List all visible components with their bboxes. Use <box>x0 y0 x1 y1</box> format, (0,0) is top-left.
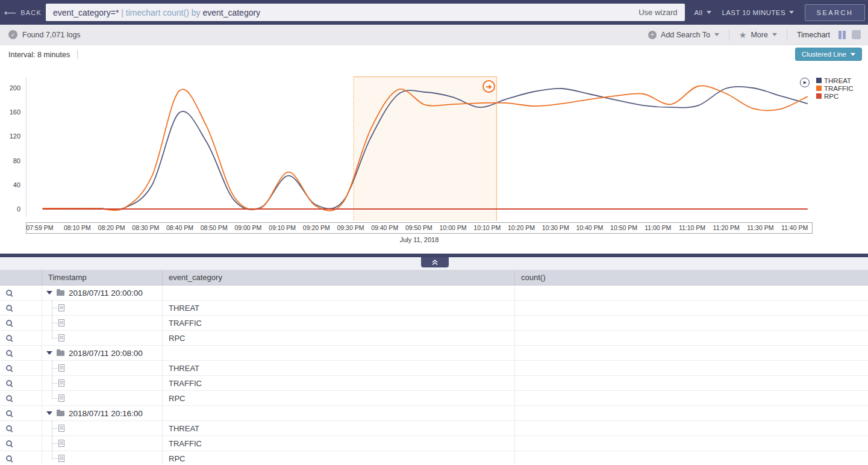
column-view-icon[interactable] <box>838 31 846 39</box>
y-axis-tick: 80 <box>0 157 20 164</box>
event-category-cell[interactable]: THREAT <box>163 301 515 315</box>
tree-line <box>52 458 58 459</box>
magnifier-icon[interactable] <box>6 335 12 341</box>
search-query-text[interactable]: event_category=* | timechart count() by … <box>53 8 631 17</box>
add-search-to-menu[interactable]: + Add Search To <box>648 31 719 39</box>
timestamp-cell[interactable]: 2018/07/11 20:16:00 <box>42 406 163 420</box>
table-row-child[interactable]: RPC <box>0 391 868 406</box>
more-menu[interactable]: ★ More <box>739 30 777 40</box>
table-row-group[interactable]: 2018/07/11 20:16:00 <box>0 406 868 421</box>
event-category-cell[interactable]: TRAFFIC <box>163 436 515 451</box>
folder-icon <box>57 411 64 416</box>
use-wizard-link[interactable]: Use wizard <box>639 8 677 17</box>
legend-item[interactable]: RPC <box>816 92 854 100</box>
table-row-child[interactable]: THREAT <box>0 301 868 316</box>
legend-item[interactable]: TRAFFIC <box>816 84 854 92</box>
count-cell <box>515 436 868 451</box>
panel-divider[interactable] <box>0 254 868 257</box>
event-category-cell[interactable]: THREAT <box>163 421 515 435</box>
magnifier-icon[interactable] <box>6 365 12 371</box>
play-button[interactable]: ▶ <box>800 78 810 87</box>
magnifier-icon[interactable] <box>6 455 12 461</box>
table-row-child[interactable]: THREAT <box>0 421 868 436</box>
row-drilldown-cell <box>0 286 42 300</box>
y-axis-tick: 0 <box>0 205 20 213</box>
expand-triangle-icon[interactable] <box>46 291 52 295</box>
table-header-row: Timestamp event_category count() <box>0 270 868 286</box>
magnifier-icon[interactable] <box>6 395 12 401</box>
timestamp-cell[interactable]: 2018/07/11 20:08:00 <box>42 346 163 360</box>
chevron-down-icon <box>707 11 711 14</box>
legend-swatch <box>816 86 822 91</box>
selection-arrow-icon[interactable]: ➔ <box>482 80 495 93</box>
event-category-cell[interactable]: RPC <box>163 451 515 465</box>
chart-plot-area[interactable] <box>0 75 868 222</box>
table-row-child[interactable]: RPC <box>0 331 868 346</box>
toolbar-actions: + Add Search To ★ More Timechart <box>648 30 861 40</box>
table-row-child[interactable]: RPC <box>0 451 868 465</box>
expand-triangle-icon[interactable] <box>46 351 52 355</box>
table-row-child[interactable]: TRAFFIC <box>0 316 868 331</box>
table-row-group[interactable]: 2018/07/11 20:08:00 <box>0 346 868 361</box>
plus-circle-icon: + <box>648 31 657 39</box>
double-chevron-up-icon <box>431 259 439 266</box>
grid-view-icon[interactable] <box>852 30 861 39</box>
document-icon <box>58 304 64 311</box>
star-icon: ★ <box>739 30 747 40</box>
event-category-cell[interactable]: RPC <box>163 331 515 345</box>
x-axis-tick: 08:30 PM <box>132 224 159 231</box>
event-category-cell <box>163 406 515 420</box>
chart-type-label: Clustered Line <box>802 51 846 58</box>
event-category-cell[interactable]: RPC <box>163 391 515 405</box>
column-header-event-category[interactable]: event_category <box>163 270 515 285</box>
query-part: timechart count() by <box>126 8 201 17</box>
timestamp-cell[interactable]: 2018/07/11 20:00:00 <box>42 286 163 300</box>
column-header-count[interactable]: count() <box>515 270 868 285</box>
document-icon <box>58 425 64 432</box>
collapse-chart-button[interactable] <box>421 257 449 267</box>
event-category-cell[interactable]: TRAFFIC <box>163 376 515 390</box>
magnifier-icon[interactable] <box>6 290 12 296</box>
row-drilldown-cell <box>0 301 42 315</box>
x-axis-tick: 07:59 PM <box>27 224 54 231</box>
timechart[interactable]: 04080120160200 07:59 PM08:10 PM08:20 PM0… <box>0 64 868 248</box>
magnifier-icon[interactable] <box>6 305 12 311</box>
divider <box>787 30 787 40</box>
magnifier-icon[interactable] <box>6 380 12 386</box>
x-axis-tick: 11:20 PM <box>713 224 740 231</box>
time-range-label: LAST 10 MINUTES <box>722 9 786 16</box>
legend-item[interactable]: THREAT <box>816 76 854 84</box>
row-drilldown-cell <box>0 391 42 405</box>
document-icon <box>58 455 64 462</box>
x-axis-tick: 10:50 PM <box>610 224 637 231</box>
magnifier-icon[interactable] <box>6 440 12 446</box>
search-query-input[interactable]: event_category=* | timechart count() by … <box>46 4 685 21</box>
time-range-dropdown[interactable]: LAST 10 MINUTES <box>722 9 795 16</box>
magnifier-icon[interactable] <box>6 350 12 356</box>
expand-triangle-icon[interactable] <box>46 411 52 415</box>
table-row-child[interactable]: THREAT <box>0 361 868 376</box>
chart-type-dropdown[interactable]: Clustered Line <box>795 48 862 61</box>
folder-icon <box>57 351 64 356</box>
count-cell <box>515 421 868 435</box>
query-part: event_category=* <box>53 8 119 17</box>
back-arrow-icon: ⟵ <box>4 8 17 17</box>
back-button[interactable]: ⟵ BACK <box>0 8 46 17</box>
scope-dropdown[interactable]: All <box>695 9 711 16</box>
magnifier-icon[interactable] <box>6 410 12 416</box>
magnifier-icon[interactable] <box>6 425 12 431</box>
search-button[interactable]: SEARCH <box>805 4 865 21</box>
count-cell <box>515 301 868 315</box>
status-text: Found 7,071 logs <box>22 31 81 39</box>
time-selection-highlight[interactable] <box>354 76 497 221</box>
table-row-group[interactable]: 2018/07/11 20:00:00 <box>0 286 868 301</box>
magnifier-icon[interactable] <box>6 320 12 326</box>
event-category-cell[interactable]: THREAT <box>163 361 515 375</box>
table-row-child[interactable]: TRAFFIC <box>0 436 868 451</box>
table-row-child[interactable]: TRAFFIC <box>0 376 868 391</box>
timestamp-cell <box>42 436 163 451</box>
column-header-timestamp[interactable]: Timestamp <box>42 270 163 285</box>
event-category-cell <box>163 346 515 360</box>
count-cell <box>515 391 868 405</box>
event-category-cell[interactable]: TRAFFIC <box>163 316 515 330</box>
